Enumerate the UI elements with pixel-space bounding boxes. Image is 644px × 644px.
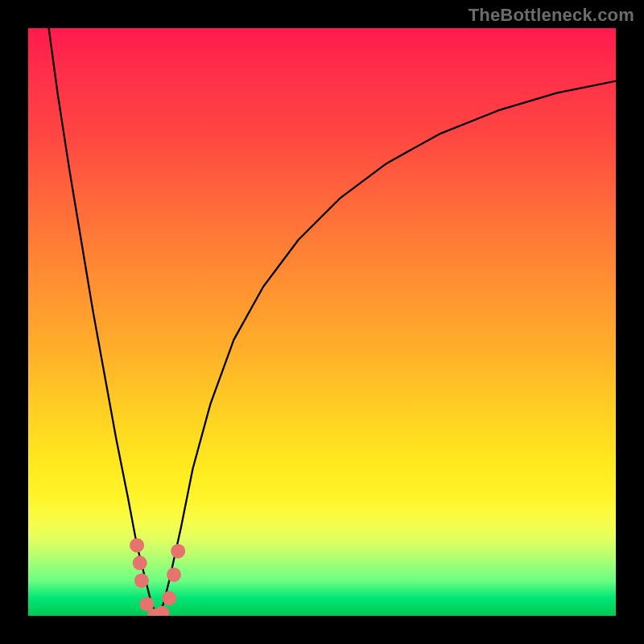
bottleneck-curve-path: [49, 28, 616, 616]
curve-dot: [130, 538, 144, 552]
curve-dot: [162, 591, 176, 605]
curve-dot: [155, 605, 169, 616]
curve-dot: [134, 573, 149, 588]
dot-group: [130, 538, 185, 616]
chart-container: TheBottleneck.com: [0, 0, 644, 644]
curve-dot: [133, 555, 147, 570]
curve-dot: [167, 568, 181, 582]
watermark-text: TheBottleneck.com: [469, 5, 634, 26]
curve-dot: [171, 544, 185, 559]
plot-area: [28, 28, 616, 616]
curve-overlay: [28, 28, 616, 616]
